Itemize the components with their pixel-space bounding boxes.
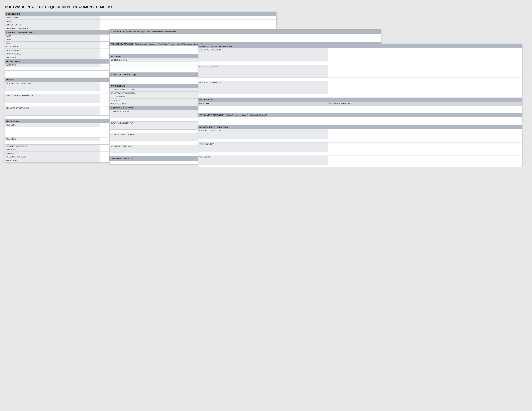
table-row <box>198 117 522 125</box>
risks-column-headers: ISSUE / RISK MITIGATION / CONTINGENCY <box>198 102 522 106</box>
org-version-label: VERSION NUMBER <box>5 23 100 27</box>
criteria-section-header: CRITERIA FOR COMPLETION | What Is Requir… <box>198 113 522 117</box>
risks-col2-header: MITIGATION / CONTINGENCY <box>328 102 522 106</box>
table-row <box>198 61 522 65</box>
table-row: CLIENT <box>5 20 276 23</box>
project-risks-section-header: PROJECT RISKS <box>198 98 522 102</box>
org-contact-label: CLIENT POINT OF CONTACT <box>5 27 100 30</box>
org-project-name-label: PROJECT NAME <box>5 16 100 20</box>
table-row: TERMINATION <box>198 156 522 165</box>
page-container: SOFTWARE PROJECT REQUIREMENT DOCUMENT TE… <box>5 5 527 162</box>
business-terms-section-header: BUSINESS TERMS / CONDITIONS <box>198 125 522 129</box>
org-client-value[interactable] <box>100 20 276 23</box>
scope-header-label: SCOPE OF WORK <box>111 31 126 33</box>
scope-section-header: SCOPE OF WORK | What Does the Project En… <box>110 30 381 34</box>
deliverable-materials-subtitle: | W <box>134 74 137 75</box>
table-row <box>198 152 522 156</box>
org-project-name-value[interactable] <box>100 16 276 20</box>
table-row <box>198 106 522 109</box>
org-client-label: CLIENT <box>5 20 100 23</box>
table-row <box>198 78 522 81</box>
table-row: PROJECT NAME <box>5 16 276 20</box>
table-row: AGENCY RESPONSIBILITIES <box>198 48 522 61</box>
table-row <box>110 34 381 42</box>
criteria-subtitle: | What Is Required to Occur for a Comple… <box>225 114 267 116</box>
table-row: CONFIDENTIALITY <box>198 142 522 152</box>
table-row <box>198 109 522 113</box>
deliverables-header-subtitle: | What Are the Deliverables of This Soft… <box>134 43 202 45</box>
org-version-value[interactable] <box>100 23 276 27</box>
table-row: VERSION NUMBER <box>5 23 276 27</box>
org-section-header: ORGANIZATION <box>5 12 276 16</box>
risks-col1-header: ISSUE / RISK <box>198 102 328 106</box>
table-row <box>198 94 522 98</box>
table-row <box>198 139 522 142</box>
page-title: SOFTWARE PROJECT REQUIREMENT DOCUMENT TE… <box>5 5 527 9</box>
timeline-label: TIMELINE <box>111 158 119 159</box>
timeline-subtitle: | Project Begin an <box>119 158 133 159</box>
table-row: CLIENT RESPONSIBILITIES <box>198 65 522 78</box>
table-row: CONTRACT MODIFICATIONS <box>198 129 522 139</box>
table-row: MUTUAL RESPONSIBILITIES <box>198 81 522 94</box>
document-layer-3: SERVICES | SERVICE COORDINATION AGENCY R… <box>198 44 522 167</box>
deliverables-header-label: PROJECT DELIVERABLES <box>111 43 133 45</box>
document-stack: ORGANIZATION PROJECT NAME CLIENT VERSION… <box>5 12 527 162</box>
table-row <box>198 165 522 168</box>
services-section-header: SERVICES | SERVICE COORDINATION <box>198 44 522 48</box>
deliverable-materials-label: DELIVERABLE MATERIALS <box>111 74 134 75</box>
criteria-label: CRITERIA FOR COMPLETION <box>200 114 224 116</box>
scope-header-subtitle: | What Does the Project Entail? What Are… <box>126 31 177 33</box>
